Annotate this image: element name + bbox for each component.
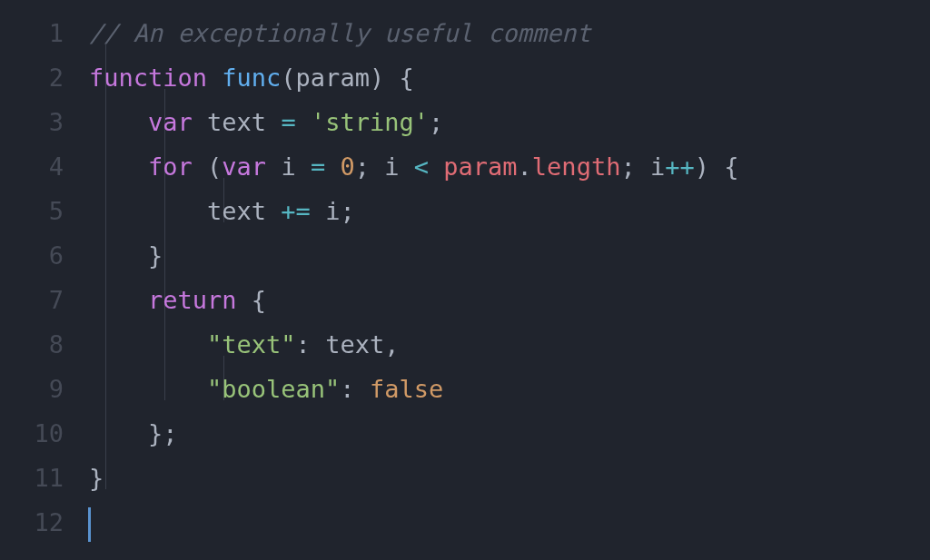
- brace-close: }: [89, 464, 104, 492]
- comment-token: // An exceptionally useful comment: [89, 19, 591, 47]
- code-line[interactable]: }: [89, 233, 930, 278]
- code-area[interactable]: // An exceptionally useful comment funct…: [82, 0, 930, 560]
- brace-open: {: [252, 286, 266, 314]
- line-number: 3: [0, 100, 64, 144]
- line-number: 9: [0, 367, 64, 411]
- brace-open: {: [399, 64, 413, 92]
- line-number: 2: [0, 55, 64, 100]
- line-number: 11: [0, 456, 64, 500]
- line-number: 4: [0, 144, 64, 189]
- keyword-token: return: [148, 286, 237, 314]
- line-number: 8: [0, 322, 64, 367]
- paren-open: (: [281, 64, 295, 92]
- keyword-token: for: [148, 152, 193, 181]
- code-line[interactable]: return {: [89, 278, 930, 322]
- identifier-token: text: [207, 108, 266, 136]
- operator-token: =: [281, 108, 295, 136]
- identifier-token: i: [325, 197, 340, 225]
- line-number: 5: [0, 189, 64, 233]
- key-token: "text": [207, 330, 296, 359]
- code-line[interactable]: "text": text,: [89, 322, 930, 367]
- operator-token: ++: [665, 152, 695, 181]
- code-line[interactable]: text += i;: [89, 189, 930, 233]
- property-token: length: [532, 152, 621, 181]
- key-token: "boolean": [207, 375, 340, 403]
- identifier-token: i: [384, 152, 399, 181]
- code-editor[interactable]: 1 2 3 4 5 6 7 8 9 10 11 12 // An excepti…: [0, 0, 930, 560]
- semicolon: ;: [163, 419, 177, 447]
- code-line[interactable]: for (var i = 0; i < param.length; i++) {: [89, 144, 930, 189]
- number-token: 0: [340, 152, 354, 181]
- identifier-token: text: [207, 197, 266, 225]
- semicolon: ;: [429, 108, 443, 136]
- colon: :: [296, 330, 311, 359]
- line-number: 1: [0, 11, 64, 55]
- paren-open: (: [207, 152, 222, 181]
- keyword-token: var: [222, 152, 266, 181]
- paren-close: ): [370, 64, 384, 92]
- identifier-token: param: [443, 152, 517, 181]
- semicolon: ;: [355, 152, 370, 181]
- string-token: 'string': [311, 108, 429, 136]
- code-line[interactable]: "boolean": false: [89, 367, 930, 411]
- function-name-token: func: [222, 64, 281, 92]
- paren-close: ): [695, 152, 709, 181]
- brace-close: }: [148, 241, 163, 270]
- line-number: 10: [0, 411, 64, 456]
- dot: .: [518, 152, 532, 181]
- code-line[interactable]: }: [89, 456, 930, 500]
- operator-token: +=: [281, 197, 311, 225]
- keyword-token: var: [148, 108, 193, 136]
- code-line[interactable]: };: [89, 411, 930, 456]
- brace-open: {: [724, 152, 738, 181]
- line-number: 7: [0, 278, 64, 322]
- boolean-token: false: [370, 375, 443, 403]
- line-number: 12: [0, 500, 64, 545]
- operator-token: =: [311, 152, 325, 181]
- semicolon: ;: [620, 152, 635, 181]
- line-number-gutter: 1 2 3 4 5 6 7 8 9 10 11 12: [0, 0, 82, 560]
- code-line[interactable]: // An exceptionally useful comment: [89, 11, 930, 55]
- comma: ,: [384, 330, 399, 359]
- line-number: 6: [0, 233, 64, 278]
- brace-close: }: [148, 419, 163, 447]
- identifier-token: i: [650, 152, 665, 181]
- identifier-token: text: [325, 330, 384, 359]
- code-line[interactable]: [89, 500, 930, 545]
- param-token: param: [296, 64, 370, 92]
- keyword-token: function: [89, 64, 207, 92]
- operator-token: <: [414, 152, 429, 181]
- identifier-token: i: [281, 152, 295, 181]
- colon: :: [340, 375, 354, 403]
- semicolon: ;: [340, 197, 354, 225]
- text-cursor: [88, 507, 91, 542]
- code-line[interactable]: var text = 'string';: [89, 100, 930, 144]
- code-line[interactable]: function func(param) {: [89, 55, 930, 100]
